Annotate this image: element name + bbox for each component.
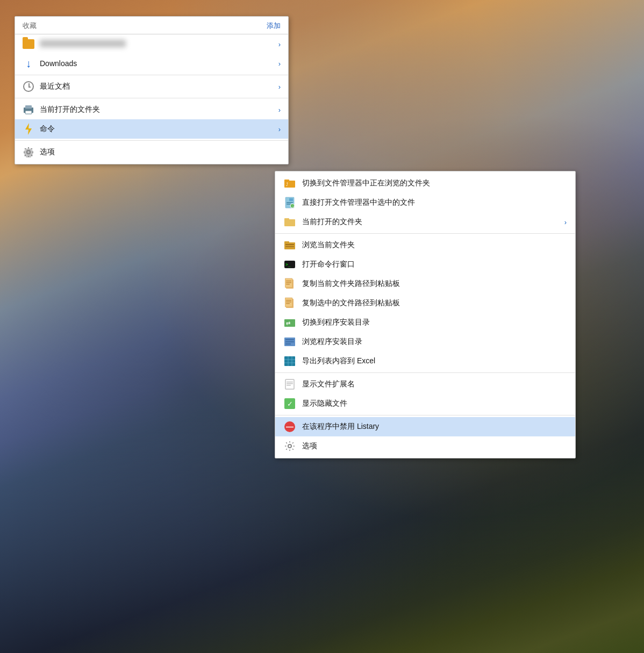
- browse-folder-icon: [284, 239, 296, 251]
- menu-add-button[interactable]: 添加: [267, 21, 281, 31]
- right-menu-item-switch-explorer[interactable]: ⤴ 切换到文件管理器中正在浏览的文件夹: [275, 174, 575, 193]
- svg-point-7: [28, 156, 29, 157]
- right-menu-item-copy-file-path[interactable]: 复制选中的文件路径到粘贴板: [275, 293, 575, 313]
- copy-folder-path-label: 复制当前文件夹路径到粘贴板: [302, 279, 567, 289]
- download-icon: ↓: [23, 58, 34, 69]
- menu-header: 收藏 添加: [15, 17, 288, 34]
- terminal-label: 打开命令行窗口: [302, 260, 567, 269]
- file-ext-icon: [284, 378, 296, 390]
- menu-item-favorites-folder[interactable]: ›: [15, 34, 288, 54]
- svg-line-63: [292, 442, 294, 443]
- clock-icon: [23, 81, 34, 92]
- menu-divider-2: [15, 98, 288, 98]
- svg-point-6: [28, 147, 29, 148]
- svg-point-12: [31, 148, 32, 149]
- svg-rect-27: [285, 244, 294, 245]
- lightning-icon: [23, 123, 34, 135]
- printer-icon: [23, 104, 34, 116]
- recent-docs-label: 最近文档: [40, 82, 278, 91]
- right-options-label: 选项: [302, 441, 567, 451]
- svg-rect-26: [284, 241, 289, 243]
- svg-rect-52: [285, 379, 294, 389]
- right-divider-2: [275, 372, 575, 373]
- svg-text:⇄: ⇄: [286, 320, 290, 326]
- options-label: 选项: [40, 147, 281, 157]
- right-menu-item-terminal[interactable]: >_ 打开命令行窗口: [275, 255, 575, 274]
- svg-rect-19: [287, 202, 293, 203]
- browse-install-label: 浏览程序安装目录: [302, 337, 567, 347]
- svg-rect-34: [286, 282, 291, 283]
- menu-item-commands[interactable]: 命令 ›: [15, 119, 288, 139]
- right-menu-item-switch-install[interactable]: ⇄ 切换到程序安装目录: [275, 313, 575, 332]
- right-menu-item-open-file[interactable]: → 直接打开文件管理器中选中的文件: [275, 193, 575, 212]
- svg-point-13: [25, 155, 26, 156]
- right-divider-1: [275, 233, 575, 234]
- chevron-right-icon: ›: [278, 60, 281, 68]
- right-menu-item-show-extensions[interactable]: 显示文件扩展名: [275, 375, 575, 394]
- chevron-right-icon: ›: [564, 218, 567, 226]
- svg-rect-47: [284, 356, 295, 366]
- right-menu-item-current-open-folder[interactable]: 当前打开的文件夹 ›: [275, 212, 575, 232]
- hidden-file-icon: [284, 398, 296, 410]
- menu-divider-1: [15, 75, 288, 75]
- right-menu-item-browse-install[interactable]: 浏览程序安装目录: [275, 332, 575, 351]
- svg-line-64: [286, 449, 287, 450]
- current-folder-label: 当前打开的文件夹: [40, 105, 278, 114]
- terminal-icon: >_: [284, 259, 296, 270]
- right-menu-item-browse-folder[interactable]: 浏览当前文件夹: [275, 235, 575, 255]
- right-menu-item-options[interactable]: 选项: [275, 436, 575, 456]
- export-excel-label: 导出列表内容到 Excel: [302, 356, 567, 366]
- copy-file-path-label: 复制选中的文件路径到粘贴板: [302, 298, 567, 308]
- menu-item-downloads[interactable]: ↓ Downloads ›: [15, 54, 288, 73]
- switch-explorer-label: 切换到文件管理器中正在浏览的文件夹: [302, 178, 567, 188]
- downloads-label: Downloads: [40, 59, 278, 68]
- right-menu-panel: ⤴ 切换到文件管理器中正在浏览的文件夹 → 直接打开文件管理器中选中的文件: [275, 171, 576, 458]
- excel-icon: [284, 355, 296, 367]
- svg-text:>_: >_: [285, 262, 291, 267]
- folder-icon: [23, 38, 34, 50]
- svg-rect-15: [284, 180, 289, 182]
- svg-point-9: [32, 152, 33, 153]
- chevron-right-icon: ›: [278, 40, 281, 48]
- left-menu-panel: 收藏 添加 › ↓ Downloads › 最近文档 ›: [15, 16, 289, 164]
- browse-install-icon: [284, 336, 296, 348]
- browse-folder-label: 浏览当前文件夹: [302, 240, 567, 250]
- right-menu-item-disable[interactable]: 在该程序中禁用 Listary: [275, 417, 575, 436]
- right-menu-item-export-excel[interactable]: 导出列表内容到 Excel: [275, 351, 575, 371]
- svg-rect-24: [284, 218, 289, 220]
- open-file-icon: →: [284, 197, 296, 209]
- gear-icon: [23, 146, 34, 158]
- copy-file-path-icon: [284, 297, 296, 309]
- svg-point-8: [24, 152, 25, 153]
- menu-divider-3: [15, 140, 288, 141]
- commands-label: 命令: [40, 124, 278, 134]
- svg-marker-18: [289, 198, 293, 201]
- right-menu-item-copy-folder-path[interactable]: 复制当前文件夹路径到粘贴板: [275, 274, 575, 293]
- right-divider-3: [275, 415, 575, 415]
- svg-point-11: [31, 155, 32, 156]
- svg-rect-53: [287, 382, 293, 383]
- svg-rect-44: [285, 339, 294, 340]
- right-menu-item-show-hidden[interactable]: 显示隐藏文件: [275, 394, 575, 413]
- svg-text:→: →: [291, 204, 295, 208]
- menu-header-title: 收藏: [23, 21, 37, 31]
- svg-point-56: [288, 444, 291, 448]
- svg-rect-33: [286, 281, 291, 282]
- show-hidden-label: 显示隐藏文件: [302, 399, 567, 408]
- menu-item-recent-docs[interactable]: 最近文档 ›: [15, 77, 288, 96]
- show-extensions-label: 显示文件扩展名: [302, 379, 567, 389]
- svg-rect-39: [286, 302, 291, 303]
- blurred-folder-name: [40, 40, 126, 47]
- menu-item-options[interactable]: 选项: [15, 142, 288, 162]
- chevron-right-icon: ›: [278, 83, 281, 91]
- svg-rect-28: [285, 246, 294, 247]
- svg-rect-55: [287, 385, 291, 386]
- copy-path-folder-icon: [284, 278, 296, 290]
- svg-point-10: [25, 148, 26, 149]
- current-open-folder-label: 当前打开的文件夹: [302, 217, 564, 227]
- disable-label: 在该程序中禁用 Listary: [302, 422, 567, 432]
- svg-rect-45: [285, 341, 294, 342]
- menu-item-current-folder[interactable]: 当前打开的文件夹 ›: [15, 100, 288, 119]
- svg-rect-46: [285, 343, 291, 345]
- svg-rect-35: [286, 284, 290, 285]
